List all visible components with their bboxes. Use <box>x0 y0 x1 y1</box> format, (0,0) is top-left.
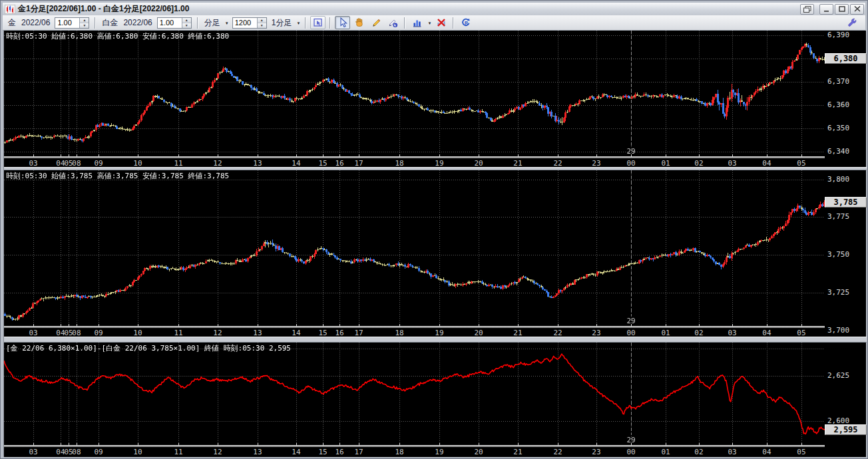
y-axis-2[interactable]: 2,6252,6002,595 <box>825 343 867 456</box>
bar-count-value[interactable]: 1200 <box>233 18 257 28</box>
bar-unit-dropdown-arrow-icon[interactable]: ▼ <box>296 21 300 25</box>
minimize-button[interactable] <box>819 4 833 15</box>
x-tick-label: 08 <box>72 448 81 456</box>
y-axis-label: 6,350 <box>827 124 849 132</box>
x-tick-mark <box>399 443 400 446</box>
x-tick-label: 04 <box>762 448 771 456</box>
x-tick-label: 14 <box>292 448 300 456</box>
title-bar[interactable]: 金1分足[2022/06]1.00 - 白金1分足[2022/06]1.00 <box>3 3 865 15</box>
x-tick-mark <box>699 324 700 327</box>
x-tick-mark <box>99 443 99 446</box>
svg-text:R: R <box>465 21 468 25</box>
x-axis-2[interactable]: 0304050809101112131415161718192021222300… <box>4 445 825 456</box>
x-tick-mark <box>33 324 34 327</box>
settings-wrench-button[interactable] <box>844 17 859 30</box>
candlestick-chart-1[interactable] <box>4 170 825 326</box>
panel-splitter-1[interactable] <box>4 337 867 343</box>
bar-chart-type-button[interactable] <box>409 16 425 29</box>
y-axis-label: 2,625 <box>827 371 849 380</box>
gold-contract-month: 2022/06 <box>21 18 50 27</box>
candlestick-chart-0[interactable] <box>4 31 825 156</box>
frame-cursor-icon <box>313 17 324 28</box>
panel-splitter-0[interactable] <box>4 167 867 170</box>
bar-type-dropdown-arrow-icon[interactable]: ▼ <box>225 21 229 25</box>
bar-count-down-icon[interactable]: ▼ <box>258 23 266 28</box>
bar-count-spinner[interactable]: 1200 ▲ ▼ <box>232 17 267 29</box>
hand-pan-button[interactable] <box>351 16 367 29</box>
frame-cursor-button[interactable] <box>310 16 326 29</box>
bar-unit-dropdown[interactable]: 1分足 <box>272 17 292 29</box>
x-tick-label: 16 <box>335 448 343 456</box>
current-price-badge: 6,380 <box>825 53 867 64</box>
x-tick-mark <box>518 324 519 327</box>
spread-line-chart[interactable] <box>4 343 825 445</box>
select-arrow-button[interactable] <box>335 16 350 29</box>
chart-panel-2: [金 22/06 6,380×1.00]-[白金 22/06 3,785×1.0… <box>4 343 867 456</box>
x-tick-mark <box>296 324 297 327</box>
x-tick-mark <box>323 154 324 157</box>
bar-count-up-icon[interactable]: ▲ <box>258 18 266 23</box>
x-tick-mark <box>596 324 597 327</box>
x-tick-mark <box>77 324 77 327</box>
x-tick-mark <box>296 443 297 446</box>
x-tick-mark <box>767 324 767 327</box>
x-tick-mark <box>666 324 666 327</box>
bar-chart-type-icon <box>412 17 423 28</box>
x-tick-label: 20 <box>474 448 483 456</box>
y-axis-1[interactable]: 3,8003,7753,7503,7253,7003,785 <box>825 170 867 337</box>
x-tick-mark <box>323 443 324 446</box>
x-tick-mark <box>666 154 666 157</box>
gold-multiplier-up-icon[interactable]: ▲ <box>80 18 89 23</box>
refresh-button[interactable]: R <box>458 16 473 29</box>
gold-multiplier-value[interactable]: 1.00 <box>55 18 79 28</box>
pencil-draw-button[interactable] <box>368 16 383 29</box>
x-tick-mark <box>558 443 558 446</box>
x-tick-label: 15 <box>318 448 327 456</box>
x-tick-mark <box>439 443 440 446</box>
maximize-button[interactable] <box>835 4 849 15</box>
x-tick-mark <box>61 443 61 446</box>
x-tick-mark <box>732 443 733 446</box>
y-axis-0[interactable]: 6,3906,3706,3606,3506,3406,380 <box>825 31 867 167</box>
x-tick-mark <box>296 154 297 157</box>
x-tick-mark <box>479 324 479 327</box>
x-axis-0[interactable]: 0304050809101112131415161718192021222300… <box>4 156 825 167</box>
x-axis-1[interactable]: 0304050809101112131415161718192021222300… <box>4 326 825 337</box>
x-tick-mark <box>767 154 767 157</box>
x-tick-mark <box>439 154 440 157</box>
x-tick-mark <box>596 154 597 157</box>
y-axis-label: 2,600 <box>827 416 849 425</box>
gold-multiplier-down-icon[interactable]: ▼ <box>80 23 89 28</box>
x-tick-mark <box>801 324 802 327</box>
x-tick-label: 03 <box>29 448 37 456</box>
x-tick-mark <box>61 154 61 157</box>
x-tick-mark <box>732 324 733 327</box>
y-axis-label: 6,360 <box>827 100 849 109</box>
x-tick-mark <box>258 443 258 446</box>
x-tick-mark <box>69 443 69 446</box>
bar-type-dropdown[interactable]: 分足 <box>204 17 220 29</box>
chart-window: 金1分足[2022/06]1.00 - 白金1分足[2022/06]1.00 <box>0 0 868 459</box>
y-axis-label: 6,340 <box>827 147 849 156</box>
x-tick-mark <box>666 443 666 446</box>
cascade-windows-button[interactable] <box>800 4 814 15</box>
delete-drawings-button[interactable] <box>433 16 449 29</box>
y-axis-label: 3,700 <box>827 326 849 335</box>
platinum-multiplier-value[interactable]: 1.00 <box>158 18 182 28</box>
platinum-multiplier-up-icon[interactable]: ▲ <box>182 18 191 23</box>
platinum-multiplier-spinner[interactable]: 1.00 ▲ ▼ <box>157 17 192 29</box>
current-price-badge: 2,595 <box>825 424 867 435</box>
x-tick-mark <box>801 154 802 157</box>
x-tick-mark <box>33 154 34 157</box>
gold-multiplier-spinner[interactable]: 1.00 ▲ ▼ <box>55 17 89 29</box>
pencil-draw-icon <box>371 17 381 28</box>
pen-draw-button[interactable] <box>385 16 400 29</box>
toolbar-separator <box>329 17 331 29</box>
chart-type-dropdown-arrow-icon[interactable]: ▼ <box>427 21 431 25</box>
x-tick-label: 12 <box>213 448 222 456</box>
close-button[interactable] <box>850 4 864 15</box>
minimize-icon <box>823 6 830 12</box>
toolbar-separator <box>197 17 198 29</box>
platinum-multiplier-down-icon[interactable]: ▼ <box>182 23 191 28</box>
x-tick-mark <box>399 154 400 157</box>
